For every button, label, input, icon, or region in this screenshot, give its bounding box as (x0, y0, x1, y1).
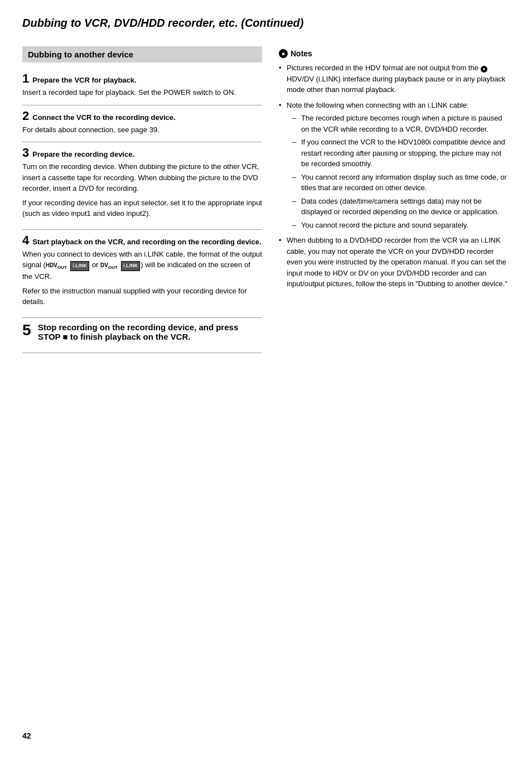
note-2-text: Note the following when connecting with … (287, 101, 469, 109)
step-3-body: Turn on the recording device. When dubbi… (22, 161, 262, 219)
step-2-header: 2 Connect the VCR to the recording devic… (22, 110, 262, 122)
step-2-body: For details about connection, see page 3… (22, 124, 262, 136)
notes-title: Notes (291, 49, 312, 58)
page-header: Dubbing to VCR, DVD/HDD recorder, etc. (… (22, 17, 510, 30)
ilink-badge-2: i.LINK (121, 261, 140, 271)
step-1: 1 Prepare the VCR for playback. Insert a… (22, 73, 262, 105)
page: Dubbing to VCR, DVD/HDD recorder, etc. (… (0, 0, 532, 757)
step-5-header: 5 Stop recording on the recording device… (22, 322, 262, 341)
ilink-plug-icon: ● (481, 66, 487, 73)
step-1-header: 1 Prepare the VCR for playback. (22, 73, 262, 85)
note-item-2: Note the following when connecting with … (279, 100, 510, 231)
step-4-body: When you connect to devices with an i.LI… (22, 249, 262, 307)
hdv-out-label: HDVOUT (46, 261, 67, 271)
sub-item-2: If you connect the VCR to the HDV1080i c… (292, 137, 510, 170)
step-5: 5 Stop recording on the recording device… (22, 322, 262, 353)
step-1-body: Insert a recorded tape for playback. Set… (22, 87, 262, 98)
notes-list: Pictures recorded in the HDV format are … (279, 62, 510, 290)
signal-hdv: HDVOUT i.LINK (46, 260, 90, 271)
section-title: Dubbing to another device (22, 46, 262, 62)
step-5-title: Stop recording on the recording device, … (38, 322, 262, 341)
signal-dv: DVOUT i.LINK (100, 260, 141, 271)
step-3-body2: If your recording device has an input se… (22, 197, 262, 219)
step-2: 2 Connect the VCR to the recording devic… (22, 110, 262, 143)
content-area: Dubbing to another device 1 Prepare the … (22, 46, 510, 358)
step-1-number: 1 (22, 73, 29, 85)
step-2-title: Connect the VCR to the recording device. (32, 113, 175, 122)
step-2-number: 2 (22, 110, 29, 122)
note-2-sublist: The recorded picture becomes rough when … (287, 113, 510, 230)
step-4-title: Start playback on the VCR, and recording… (32, 238, 261, 246)
note-3-text: When dubbing to a DVD/HDD recorder from … (287, 236, 507, 288)
ilink-badge-1: i.LINK (70, 261, 89, 271)
step-3: 3 Prepare the recording device. Turn on … (22, 147, 262, 230)
right-column: ● Notes Pictures recorded in the HDV for… (279, 46, 510, 358)
notes-section: ● Notes Pictures recorded in the HDV for… (279, 49, 510, 290)
left-column: Dubbing to another device 1 Prepare the … (22, 46, 262, 358)
step-4-body2: Refer to the instruction manual supplied… (22, 286, 262, 307)
sub-item-3: You cannot record any information displa… (292, 172, 510, 194)
sub-item-1: The recorded picture becomes rough when … (292, 113, 510, 134)
step-4-body1: When you connect to devices with an i.LI… (22, 249, 262, 282)
note-item-3: When dubbing to a DVD/HDD recorder from … (279, 235, 510, 290)
notes-icon: ● (279, 49, 288, 58)
sub-item-4: Data codes (date/time/camera settings da… (292, 196, 510, 218)
step-1-title: Prepare the VCR for playback. (32, 76, 136, 84)
note-1-text: Pictures recorded in the HDV format are … (287, 64, 505, 94)
page-number: 42 (22, 731, 31, 740)
step-5-number: 5 (22, 322, 35, 338)
step-4-number: 4 (22, 234, 29, 247)
step-4: 4 Start playback on the VCR, and recordi… (22, 234, 262, 318)
dv-out-label: DVOUT (100, 261, 118, 271)
step-3-header: 3 Prepare the recording device. (22, 147, 262, 159)
step-4-header: 4 Start playback on the VCR, and recordi… (22, 234, 262, 247)
step-3-number: 3 (22, 147, 29, 159)
step-3-title: Prepare the recording device. (32, 150, 134, 158)
step-3-body1: Turn on the recording device. When dubbi… (22, 161, 262, 194)
note-item-1: Pictures recorded in the HDV format are … (279, 62, 510, 95)
sub-item-5: You cannot record the picture and sound … (292, 220, 510, 231)
notes-header: ● Notes (279, 49, 510, 58)
